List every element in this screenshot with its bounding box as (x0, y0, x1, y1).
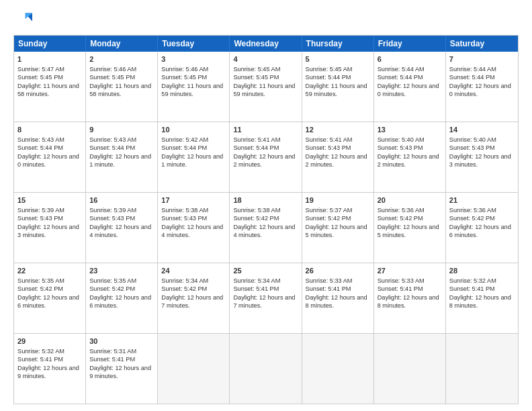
sunrise: Sunrise: 5:45 AM (233, 66, 280, 73)
day-number: 19 (306, 195, 370, 205)
daylight: Daylight: 12 hours and 1 minute. (89, 153, 151, 168)
day-header: Friday (374, 36, 446, 52)
sunset: Sunset: 5:44 PM (306, 74, 351, 81)
calendar-cell: 22Sunrise: 5:35 AMSunset: 5:42 PMDayligh… (14, 263, 86, 333)
sunrise: Sunrise: 5:41 AM (306, 136, 353, 143)
day-number: 17 (161, 195, 226, 205)
sunset: Sunset: 5:44 PM (17, 144, 63, 151)
sunrise: Sunrise: 5:33 AM (306, 277, 353, 284)
sunrise: Sunrise: 5:36 AM (378, 207, 425, 214)
day-header: Wednesday (230, 36, 302, 52)
sunset: Sunset: 5:42 PM (161, 285, 207, 292)
daylight: Daylight: 12 hours and 6 minutes. (449, 224, 511, 238)
calendar-body: 1Sunrise: 5:47 AMSunset: 5:45 PMDaylight… (14, 52, 518, 404)
daylight: Daylight: 12 hours and 8 minutes. (378, 294, 439, 309)
sunrise: Sunrise: 5:38 AM (161, 207, 208, 214)
calendar-cell: 6Sunrise: 5:44 AMSunset: 5:44 PMDaylight… (374, 52, 446, 122)
sunset: Sunset: 5:41 PM (89, 356, 135, 363)
daylight: Daylight: 12 hours and 4 minutes. (161, 224, 223, 238)
sunrise: Sunrise: 5:33 AM (378, 277, 425, 284)
sunset: Sunset: 5:43 PM (89, 215, 135, 222)
daylight: Daylight: 12 hours and 7 minutes. (233, 294, 295, 309)
sunset: Sunset: 5:42 PM (378, 215, 423, 222)
calendar-cell: 3Sunrise: 5:46 AMSunset: 5:45 PMDaylight… (158, 52, 230, 122)
day-header: Monday (86, 36, 158, 52)
day-header: Thursday (302, 36, 374, 52)
day-number: 4 (233, 54, 298, 64)
calendar-cell: 1Sunrise: 5:47 AMSunset: 5:45 PMDaylight… (14, 52, 86, 122)
sunset: Sunset: 5:45 PM (89, 74, 135, 81)
calendar-cell (302, 334, 374, 404)
calendar-cell: 30Sunrise: 5:31 AMSunset: 5:41 PMDayligh… (86, 334, 158, 404)
sunset: Sunset: 5:44 PM (378, 74, 423, 81)
calendar-cell: 10Sunrise: 5:42 AMSunset: 5:44 PMDayligh… (158, 122, 230, 192)
calendar-cell: 7Sunrise: 5:44 AMSunset: 5:44 PMDaylight… (446, 52, 518, 122)
calendar-cell: 9Sunrise: 5:43 AMSunset: 5:44 PMDaylight… (86, 122, 158, 192)
sunset: Sunset: 5:44 PM (449, 74, 495, 81)
daylight: Daylight: 11 hours and 59 minutes. (306, 83, 367, 97)
day-header: Saturday (446, 36, 518, 52)
sunrise: Sunrise: 5:40 AM (449, 136, 496, 143)
sunset: Sunset: 5:44 PM (161, 144, 207, 151)
daylight: Daylight: 11 hours and 58 minutes. (17, 83, 79, 97)
day-number: 6 (378, 54, 442, 64)
daylight: Daylight: 12 hours and 0 minutes. (378, 83, 439, 97)
day-number: 18 (233, 195, 298, 205)
day-header: Tuesday (158, 36, 230, 52)
day-number: 24 (161, 266, 226, 276)
daylight: Daylight: 12 hours and 3 minutes. (449, 153, 511, 168)
sunrise: Sunrise: 5:35 AM (17, 277, 64, 284)
daylight: Daylight: 12 hours and 9 minutes. (89, 365, 151, 379)
sunrise: Sunrise: 5:46 AM (89, 66, 136, 73)
calendar-cell (158, 334, 230, 404)
sunset: Sunset: 5:41 PM (378, 285, 423, 292)
sunset: Sunset: 5:45 PM (17, 74, 63, 81)
sunrise: Sunrise: 5:34 AM (161, 277, 208, 284)
sunrise: Sunrise: 5:34 AM (233, 277, 280, 284)
sunrise: Sunrise: 5:36 AM (449, 207, 496, 214)
calendar-cell: 19Sunrise: 5:37 AMSunset: 5:42 PMDayligh… (302, 193, 374, 263)
logo-icon (13, 11, 32, 30)
sunrise: Sunrise: 5:44 AM (378, 66, 425, 73)
sunset: Sunset: 5:41 PM (233, 285, 279, 292)
day-number: 21 (449, 195, 515, 205)
calendar-cell: 20Sunrise: 5:36 AMSunset: 5:42 PMDayligh… (374, 193, 446, 263)
calendar-cell (374, 334, 446, 404)
daylight: Daylight: 12 hours and 3 minutes. (17, 224, 79, 238)
calendar-cell: 28Sunrise: 5:32 AMSunset: 5:41 PMDayligh… (446, 263, 518, 333)
daylight: Daylight: 12 hours and 1 minute. (161, 153, 223, 168)
calendar-cell: 21Sunrise: 5:36 AMSunset: 5:42 PMDayligh… (446, 193, 518, 263)
day-number: 20 (378, 195, 442, 205)
daylight: Daylight: 12 hours and 2 minutes. (378, 153, 439, 168)
sunset: Sunset: 5:42 PM (89, 285, 135, 292)
daylight: Daylight: 12 hours and 5 minutes. (306, 224, 367, 238)
sunset: Sunset: 5:43 PM (17, 215, 63, 222)
calendar-row: 1Sunrise: 5:47 AMSunset: 5:45 PMDaylight… (14, 52, 518, 122)
calendar-row: 15Sunrise: 5:39 AMSunset: 5:43 PMDayligh… (14, 192, 518, 263)
day-number: 29 (17, 336, 82, 347)
daylight: Daylight: 12 hours and 6 minutes. (17, 294, 79, 309)
sunset: Sunset: 5:43 PM (161, 215, 207, 222)
sunrise: Sunrise: 5:44 AM (449, 66, 496, 73)
day-number: 15 (17, 195, 82, 205)
sunrise: Sunrise: 5:39 AM (89, 207, 136, 214)
calendar-cell: 26Sunrise: 5:33 AMSunset: 5:41 PMDayligh… (302, 263, 374, 333)
sunrise: Sunrise: 5:40 AM (378, 136, 425, 143)
daylight: Daylight: 12 hours and 4 minutes. (89, 224, 151, 238)
logo (13, 11, 35, 30)
sunset: Sunset: 5:45 PM (233, 74, 279, 81)
sunset: Sunset: 5:43 PM (378, 144, 423, 151)
calendar-cell: 8Sunrise: 5:43 AMSunset: 5:44 PMDaylight… (14, 122, 86, 192)
daylight: Daylight: 12 hours and 6 minutes. (89, 294, 151, 309)
sunrise: Sunrise: 5:42 AM (161, 136, 208, 143)
daylight: Daylight: 12 hours and 8 minutes. (306, 294, 367, 309)
daylight: Daylight: 11 hours and 58 minutes. (89, 83, 151, 97)
sunrise: Sunrise: 5:38 AM (233, 207, 280, 214)
sunrise: Sunrise: 5:47 AM (17, 66, 64, 73)
sunset: Sunset: 5:41 PM (17, 356, 63, 363)
calendar-cell (446, 334, 518, 404)
sunset: Sunset: 5:42 PM (17, 285, 63, 292)
day-number: 22 (17, 266, 82, 276)
calendar-row: 8Sunrise: 5:43 AMSunset: 5:44 PMDaylight… (14, 122, 518, 192)
sunrise: Sunrise: 5:46 AM (161, 66, 208, 73)
